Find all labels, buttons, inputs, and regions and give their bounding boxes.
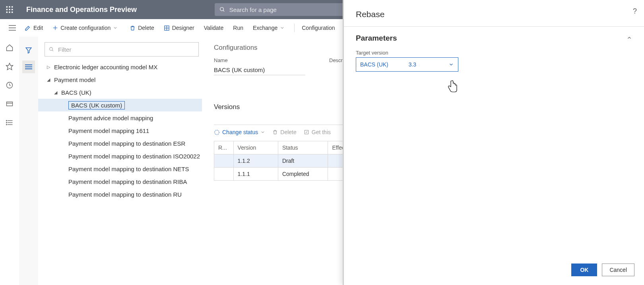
designer-label: Designer — [172, 25, 194, 31]
create-config-button[interactable]: Create configuration — [48, 19, 125, 37]
collapse-icon[interactable]: ◢ — [43, 77, 54, 82]
svg-line-34 — [52, 50, 53, 51]
panel-title: Rebase — [344, 0, 644, 27]
tree-row[interactable]: Payment model mapping to destination RU — [38, 188, 202, 201]
configurations-heading: Configurations — [214, 44, 351, 52]
tree-row[interactable]: Payment model mapping to destination ISO… — [38, 150, 202, 162]
status-icon — [214, 129, 220, 135]
panel-footer: OK Cancel — [571, 264, 634, 276]
column-status[interactable]: Status — [278, 141, 328, 154]
target-version-dropdown[interactable]: BACS (UK) 3.3 — [356, 57, 458, 72]
clock-icon[interactable] — [6, 81, 14, 90]
svg-line-10 — [223, 10, 224, 12]
expand-icon[interactable]: ▷ — [43, 64, 54, 70]
edit-label: Edit — [33, 25, 43, 31]
exchange-button[interactable]: Exchange — [248, 19, 292, 37]
svg-point-9 — [220, 7, 224, 11]
chevron-down-icon — [260, 130, 265, 135]
svg-rect-4 — [9, 9, 10, 10]
svg-rect-2 — [12, 6, 13, 8]
svg-rect-5 — [12, 9, 13, 10]
chevron-down-icon — [280, 25, 285, 30]
delete-label: Delete — [138, 25, 154, 31]
cancel-button[interactable]: Cancel — [602, 264, 634, 276]
svg-rect-1 — [9, 6, 10, 8]
column-rebase[interactable]: R... — [214, 141, 234, 154]
svg-point-27 — [6, 122, 7, 123]
left-nav-rail — [0, 37, 19, 285]
svg-rect-8 — [12, 12, 13, 13]
table-row[interactable]: 1.1.2 Draft — [214, 154, 351, 168]
designer-button[interactable]: Designer — [159, 19, 199, 37]
target-version-label: Target version — [356, 50, 632, 56]
tree-row[interactable]: ▷Electronic ledger accounting model MX — [38, 61, 202, 73]
config-tree-panel: ▷Electronic ledger accounting model MX ◢… — [38, 37, 206, 285]
global-search[interactable] — [215, 3, 351, 16]
chevron-down-icon — [113, 25, 118, 30]
trash-icon — [272, 129, 278, 135]
workspace-icon[interactable] — [6, 100, 14, 109]
svg-rect-6 — [6, 12, 8, 13]
lines-icon — [25, 64, 32, 70]
tree-mode-toggle[interactable] — [22, 61, 35, 73]
validate-button[interactable]: Validate — [199, 19, 229, 37]
ok-button[interactable]: OK — [571, 264, 597, 276]
command-separator — [294, 23, 295, 32]
svg-rect-3 — [6, 9, 8, 10]
app-title: Finance and Operations Preview — [26, 6, 137, 14]
get-this-button[interactable]: Get this — [304, 129, 331, 135]
create-config-label: Create configuration — [60, 25, 111, 31]
edit-button[interactable]: Edit — [20, 19, 48, 37]
chevron-up-icon — [627, 34, 632, 43]
delete-button[interactable]: Delete — [125, 19, 159, 37]
external-icon — [304, 129, 309, 135]
config-tree: ▷Electronic ledger accounting model MX ◢… — [38, 61, 205, 201]
svg-point-33 — [50, 47, 53, 51]
table-header-row: R... Version Status Effect — [214, 141, 351, 154]
collapse-icon[interactable]: ◢ — [50, 90, 61, 95]
tree-row[interactable]: Payment advice model mapping — [38, 111, 202, 124]
name-value[interactable]: BACS (UK custom) — [214, 65, 305, 75]
tree-row[interactable]: Payment model mapping 1611 — [38, 124, 202, 137]
home-icon[interactable] — [6, 44, 14, 53]
tree-row[interactable]: ◢BACS (UK) — [38, 86, 202, 99]
plus-icon — [52, 25, 58, 31]
list-icon[interactable] — [6, 119, 14, 128]
search-icon — [219, 6, 225, 13]
trash-icon — [130, 25, 136, 31]
tree-row[interactable]: Payment model mapping to destination RIB… — [38, 175, 202, 188]
versions-table: R... Version Status Effect 1.1.2 Draft 1… — [214, 141, 351, 181]
tree-filter-input[interactable] — [57, 46, 194, 53]
edit-icon — [25, 25, 31, 31]
svg-marker-29 — [26, 48, 31, 53]
run-button[interactable]: Run — [228, 19, 248, 37]
svg-rect-0 — [6, 6, 8, 8]
tree-row-selected[interactable]: BACS (UK custom) — [38, 99, 202, 111]
filter-toggle[interactable] — [22, 44, 35, 57]
tree-tool-rail — [19, 37, 39, 285]
hamburger-button[interactable] — [5, 19, 20, 37]
svg-rect-7 — [9, 12, 10, 13]
versions-toolbar: Change status Delete Get this — [214, 125, 351, 135]
star-icon[interactable] — [6, 62, 14, 72]
waffle-launcher[interactable] — [0, 0, 19, 19]
tree-filter-box[interactable] — [45, 42, 199, 57]
tree-row[interactable]: Payment model mapping to destination ESR — [38, 137, 202, 150]
parameters-section-header[interactable]: Parameters — [344, 27, 644, 46]
name-label: Name — [214, 57, 305, 63]
svg-point-28 — [6, 124, 7, 125]
chevron-down-icon — [448, 62, 454, 67]
search-input[interactable] — [229, 6, 347, 14]
tree-row[interactable]: Payment model mapping to destination NET… — [38, 162, 202, 175]
tree-row[interactable]: ◢Payment model — [38, 73, 202, 86]
change-status-button[interactable]: Change status — [214, 129, 265, 135]
search-icon — [49, 47, 54, 52]
configurations-breadcrumb[interactable]: Configuration — [297, 19, 339, 37]
svg-rect-21 — [7, 102, 13, 106]
help-icon[interactable]: ? — [633, 7, 637, 16]
dropdown-selected-text: BACS (UK) — [360, 61, 388, 68]
version-delete-button[interactable]: Delete — [272, 129, 296, 135]
dropdown-selected-version: 3.3 — [409, 61, 416, 68]
column-version[interactable]: Version — [233, 141, 278, 154]
table-row[interactable]: 1.1.1 Completed — [214, 168, 351, 181]
